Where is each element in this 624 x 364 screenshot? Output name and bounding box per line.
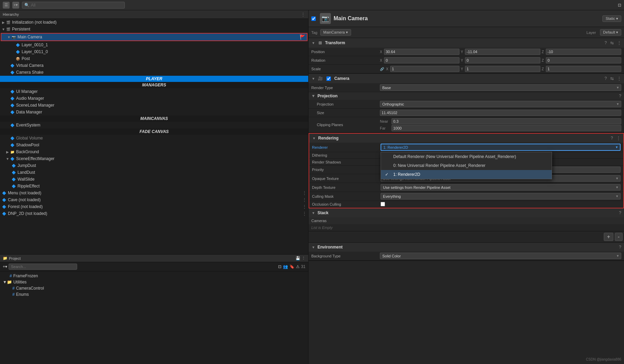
tree-item-maincanvas[interactable]: MAINCANVAS: [0, 116, 308, 122]
transform-more[interactable]: ⋮: [617, 40, 621, 45]
tree-item-ui-manager[interactable]: 🔷 UI Manager: [0, 88, 308, 95]
proj-item-camera-control[interactable]: # CameraControl: [1, 285, 307, 291]
dropdown-option-1[interactable]: ✓ 1: Renderer2D: [381, 170, 552, 179]
enums-label: Enums: [16, 292, 29, 297]
tree-item-virtual-camera[interactable]: 🔷 Virtual Camera: [0, 62, 308, 69]
project-dots[interactable]: ⋮: [302, 256, 305, 260]
camera-link[interactable]: ⇆: [610, 76, 614, 81]
scale-y-input[interactable]: [465, 66, 540, 72]
project-save-icon[interactable]: 💾: [296, 256, 300, 260]
projection-dropdown[interactable]: Orthographic ▾: [380, 101, 621, 107]
camera-more[interactable]: ⋮: [617, 76, 621, 81]
near-input[interactable]: [392, 118, 621, 124]
tree-item-menu[interactable]: 🔷 Menu (not loaded) ⋮: [0, 190, 308, 196]
tree-item-dnp2d[interactable]: 🔷 DNP_2D (not loaded) ⋮: [0, 210, 308, 217]
culling-mask-dropdown[interactable]: Everything ▾: [381, 193, 621, 199]
tree-item-forest[interactable]: 🔷 Forest (not loaded) ⋮: [0, 203, 308, 210]
tree-item-persistent[interactable]: ▼ 🎬 Persistent: [0, 26, 308, 33]
layer-select[interactable]: Default ▾: [600, 29, 621, 36]
environment-header[interactable]: ▼ Environment ?: [309, 243, 624, 252]
static-button[interactable]: Static ▾: [602, 15, 621, 22]
projection-section[interactable]: ▼ Projection ?: [309, 92, 624, 100]
forest-dots[interactable]: ⋮: [302, 204, 307, 209]
pos-y-input[interactable]: [465, 49, 540, 55]
tree-item-shadow-pool[interactable]: 🔷 ShadowPool: [0, 142, 308, 148]
post-label: Post: [22, 56, 30, 61]
tree-item-wall-slide[interactable]: 🔷 WallSlide: [0, 176, 308, 183]
proj-icon4[interactable]: ⚠: [296, 264, 300, 269]
proj-add-icon[interactable]: +▾: [3, 264, 7, 269]
camera-active-check[interactable]: [326, 76, 331, 81]
tree-item-scene-effect[interactable]: ▼ 🔷 SceneEffectManager: [0, 155, 308, 162]
occlusion-culling-check[interactable]: [381, 202, 385, 206]
menu-icon[interactable]: ☰: [3, 2, 10, 9]
size-input[interactable]: [380, 110, 621, 116]
far-input[interactable]: [392, 125, 621, 131]
rendering-header[interactable]: ▼ Rendering ? ⋮: [309, 134, 623, 143]
tree-item-cave[interactable]: 🔷 Cave (not loaded) ⋮: [0, 196, 308, 203]
stack-help[interactable]: ?: [619, 210, 621, 215]
pos-z-input[interactable]: [546, 49, 621, 55]
dropdown-option-default[interactable]: Default Renderer (New Universal Render P…: [381, 152, 552, 161]
scale-x-input[interactable]: [390, 66, 459, 72]
tree-item-layer0011[interactable]: 🔷 Layer_0011_0: [0, 48, 308, 55]
transform-link[interactable]: ⇆: [610, 40, 614, 45]
tree-item-player[interactable]: PLAYER: [0, 76, 308, 82]
depth-texture-dropdown[interactable]: Use settings from Render Pipeline Asset …: [381, 184, 621, 191]
proj-item-framefrozen[interactable]: # FrameFrozen: [1, 273, 307, 279]
tree-item-main-camera[interactable]: ▼ 📷 Main Camera 🚩: [1, 33, 308, 41]
tree-item-jump-dust[interactable]: 🔷 JumpDust: [0, 162, 308, 169]
active-toggle[interactable]: [311, 16, 316, 21]
tree-item-post[interactable]: 📦 Post: [0, 55, 308, 62]
rendering-more[interactable]: ⋮: [616, 136, 621, 141]
top-right-icon[interactable]: ⊡: [618, 3, 621, 8]
tag-select[interactable]: MainCamera ▾: [320, 29, 351, 36]
tree-item-land-dust[interactable]: 🔷 LandDust: [0, 169, 308, 176]
transform-header[interactable]: ▼ ⊞ Transform ? ⇆ ⋮: [309, 38, 624, 48]
projection-help[interactable]: ?: [619, 94, 621, 98]
tree-item-fade-canvas[interactable]: FADE CANVAS: [0, 129, 308, 135]
tree-item-data-manager[interactable]: 🔷 Data Manager: [0, 109, 308, 116]
tree-item-event-system[interactable]: 🔷 EventSystem: [0, 122, 308, 129]
object-icon-event-system: 🔷: [10, 122, 15, 128]
tree-item-initialization[interactable]: ▶ 🎬 Initialization (not loaded): [0, 19, 308, 26]
arrow-main-camera: ▼: [7, 35, 11, 39]
stack-header[interactable]: ▼ Stack ?: [309, 208, 624, 217]
tree-item-ripple-effect[interactable]: 🔷 RippleEffect: [0, 183, 308, 190]
render-type-dropdown[interactable]: Base ▾: [380, 84, 621, 91]
bg-type-dropdown[interactable]: Solid Color ▾: [380, 253, 621, 259]
tree-item-sceneload-manager[interactable]: 🔷 SceneLoad Manager: [0, 102, 308, 109]
rendering-help[interactable]: ?: [611, 136, 613, 141]
proj-item-enums[interactable]: # Enums: [1, 291, 307, 298]
tree-item-camera-shake[interactable]: 🔷 Camera Shake: [0, 69, 308, 76]
cave-dots[interactable]: ⋮: [302, 197, 307, 203]
camera-header[interactable]: ▼ 🎥 Camera ? ⇆ ⋮: [309, 74, 624, 83]
proj-icon3[interactable]: 🔖: [289, 264, 295, 269]
proj-icon2[interactable]: 👥: [283, 264, 288, 269]
hierarchy-dots[interactable]: ⋮: [301, 12, 305, 17]
stack-add-button[interactable]: +: [604, 233, 613, 241]
renderer-dropdown[interactable]: 1: Renderer2D ▾: [381, 144, 621, 151]
rot-z-input[interactable]: [546, 57, 621, 63]
tree-item-managers[interactable]: MANAGERS: [0, 82, 308, 88]
dnp2d-dots[interactable]: ⋮: [302, 211, 307, 216]
tree-item-background[interactable]: ▶ 📁 BackGround: [0, 148, 308, 155]
environment-help[interactable]: ?: [619, 245, 621, 250]
dropdown-option-0[interactable]: 0: New Universal Render Pipeline Asset_R…: [381, 161, 552, 170]
transform-help[interactable]: ?: [604, 40, 607, 45]
menu-dots[interactable]: ⋮: [302, 190, 307, 196]
stack-remove-button[interactable]: -: [615, 233, 623, 241]
tree-item-audio-manager[interactable]: 🔷 Audio Manager: [0, 95, 308, 102]
pos-x-input[interactable]: [384, 49, 459, 55]
rot-x-input[interactable]: [384, 57, 459, 63]
top-search-bar[interactable]: 🔍 All: [22, 2, 125, 9]
proj-icon1[interactable]: ⊡: [278, 264, 281, 269]
scale-z-input[interactable]: [546, 66, 621, 72]
proj-item-utilities[interactable]: ▼ 📁 Utilities: [1, 279, 307, 285]
camera-help[interactable]: ?: [604, 76, 607, 81]
rot-y-input[interactable]: [465, 57, 540, 63]
project-search-input[interactable]: [9, 264, 77, 270]
tree-item-global-volume[interactable]: 🔷 Global Volume: [0, 135, 308, 142]
tree-item-layer0010[interactable]: 🔷 Layer_0010_1: [0, 41, 308, 48]
add-icon[interactable]: +▾: [12, 2, 19, 9]
